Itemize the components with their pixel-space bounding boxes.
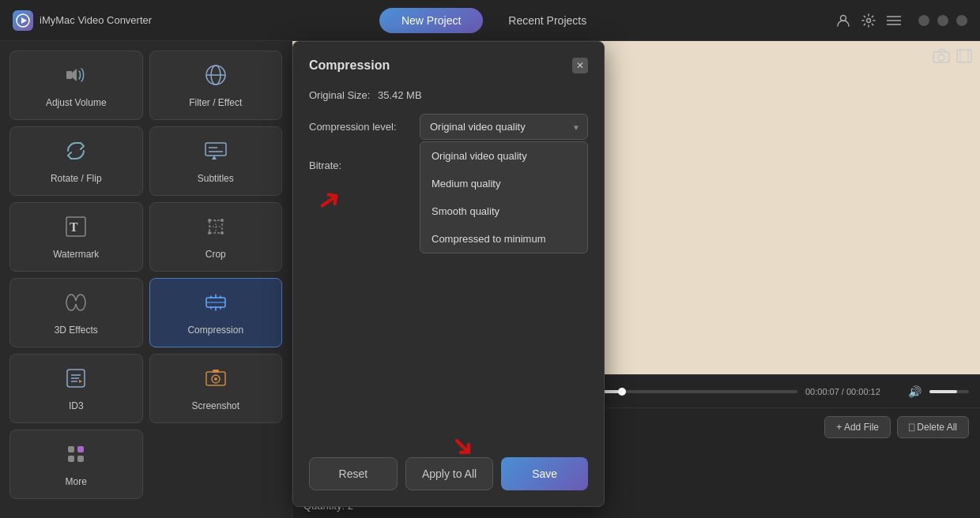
svg-point-17	[208, 219, 211, 222]
tool-watermark-label: Watermark	[53, 249, 99, 260]
svg-point-18	[220, 219, 224, 222]
app-title: iMyMac Video Converter	[40, 14, 152, 26]
dialog-header: Compression ✕	[309, 58, 588, 73]
tool-more-label: More	[66, 476, 87, 487]
original-size-row: Original Size: 35.42 MB	[309, 89, 588, 101]
svg-text:T: T	[70, 220, 78, 234]
new-project-button[interactable]: New Project	[379, 8, 483, 33]
volume-icon	[63, 62, 89, 91]
subtitles-icon	[203, 138, 228, 167]
compression-dropdown-list: Original video quality Medium quality Sm…	[420, 141, 588, 253]
recent-projects-button[interactable]: Recent Projects	[486, 8, 609, 33]
tool-subtitles-label: Subtitles	[198, 173, 234, 184]
tool-watermark[interactable]: T Watermark	[9, 202, 143, 272]
watermark-icon: T	[63, 214, 89, 242]
tool-adjust-volume-label: Adjust Volume	[46, 97, 107, 108]
svg-rect-36	[68, 446, 74, 452]
tools-panel: Adjust Volume Filter / Effect	[0, 41, 292, 518]
dialog-close-button[interactable]: ✕	[572, 58, 588, 73]
dialog-title: Compression	[309, 58, 390, 73]
id3-icon	[63, 366, 89, 394]
svg-rect-39	[77, 456, 84, 462]
svg-point-19	[208, 231, 211, 235]
dropdown-option-smooth[interactable]: Smooth quality	[420, 197, 587, 225]
filter-icon	[203, 62, 228, 91]
add-file-button[interactable]: + Add File	[824, 416, 891, 438]
settings-icon[interactable]	[861, 13, 876, 28]
video-overlay-controls	[933, 49, 972, 67]
dropdown-option-original[interactable]: Original video quality	[420, 142, 587, 170]
tool-3d-effects[interactable]: 3D Effects	[9, 278, 143, 347]
more-icon	[63, 441, 89, 470]
dropdown-option-minimum[interactable]: Compressed to minimum	[420, 225, 587, 253]
app-logo	[13, 10, 33, 31]
screenshot-icon	[203, 366, 228, 394]
arrow-up-indicator: ➜	[310, 180, 349, 221]
tool-crop[interactable]: Crop	[149, 202, 283, 272]
crop-icon	[203, 214, 228, 242]
svg-point-20	[220, 231, 224, 235]
maximize-button[interactable]: □	[937, 15, 948, 26]
titlebar-left: iMyMac Video Converter	[13, 10, 152, 31]
delete-all-button[interactable]: ⎕ Delete All	[897, 416, 969, 438]
svg-rect-11	[205, 143, 226, 156]
svg-point-62	[938, 54, 944, 61]
tool-rotate-flip-label: Rotate / Flip	[51, 173, 102, 184]
tool-subtitles[interactable]: Subtitles	[149, 126, 283, 196]
svg-point-3	[866, 18, 870, 22]
volume-fill	[929, 390, 957, 393]
volume-bar[interactable]	[929, 390, 969, 393]
tool-crop-label: Crop	[205, 249, 226, 260]
apply-to-all-button[interactable]: Apply to All	[405, 457, 494, 490]
dropdown-option-medium[interactable]: Medium quality	[420, 170, 587, 197]
tool-filter-effect[interactable]: Filter / Effect	[149, 51, 283, 120]
svg-rect-34	[213, 370, 219, 373]
bitrate-label: Bitrate:	[309, 160, 412, 171]
compression-icon	[203, 290, 228, 318]
tool-rotate-flip[interactable]: Rotate / Flip	[9, 126, 143, 196]
tool-screenshot[interactable]: Screenshot	[149, 354, 283, 423]
titlebar-center: New Project Recent Projects	[379, 8, 609, 33]
close-button[interactable]: ✕	[956, 15, 967, 26]
rotate-icon	[63, 138, 89, 167]
tool-compression-label: Compression	[187, 325, 243, 336]
dialog-actions: Reset Apply to All Save	[309, 457, 588, 490]
compression-select-container: Original video quality Medium quality Sm…	[420, 114, 588, 140]
svg-rect-37	[77, 446, 84, 452]
tool-filter-effect-label: Filter / Effect	[189, 97, 242, 108]
tool-id3[interactable]: ID3	[9, 354, 143, 423]
compression-level-label: Compression level:	[309, 121, 412, 133]
titlebar-right: — □ ✕	[836, 13, 967, 28]
camera-icon[interactable]	[933, 49, 950, 67]
menu-icon[interactable]	[887, 13, 901, 28]
time-display: 00:00:07 / 00:00:12	[805, 387, 900, 396]
svg-rect-25	[68, 301, 84, 304]
tool-screenshot-label: Screenshot	[191, 400, 239, 411]
compression-dialog: Compression ✕ Original Size: 35.42 MB Co…	[292, 41, 605, 507]
tool-3d-effects-label: 3D Effects	[55, 325, 98, 336]
reset-button[interactable]: Reset	[309, 457, 398, 490]
tool-more[interactable]: More	[9, 430, 143, 499]
tool-id3-label: ID3	[69, 400, 84, 411]
account-icon[interactable]	[836, 13, 850, 28]
save-button[interactable]: Save	[501, 457, 588, 490]
fit-screen-icon[interactable]	[956, 49, 972, 67]
svg-marker-1	[21, 17, 27, 24]
svg-rect-63	[957, 50, 971, 62]
progress-thumb	[618, 388, 626, 396]
compression-select[interactable]: Original video quality Medium quality Sm…	[420, 114, 588, 140]
volume-icon[interactable]: 🔊	[908, 385, 922, 398]
tool-adjust-volume[interactable]: Adjust Volume	[9, 51, 143, 120]
svg-rect-38	[68, 456, 74, 462]
main-layout: Adjust Volume Filter / Effect	[0, 41, 980, 518]
3d-effects-icon	[63, 290, 89, 318]
minimize-button[interactable]: —	[918, 15, 929, 26]
original-size-label: Original Size: 35.42 MB	[309, 89, 422, 101]
svg-rect-7	[66, 71, 72, 79]
compression-level-row: Compression level: Original video qualit…	[309, 114, 588, 140]
titlebar: iMyMac Video Converter New Project Recen…	[0, 0, 980, 41]
tool-compression[interactable]: Compression	[149, 278, 283, 347]
window-controls: — □ ✕	[918, 15, 967, 26]
svg-point-35	[214, 377, 217, 381]
